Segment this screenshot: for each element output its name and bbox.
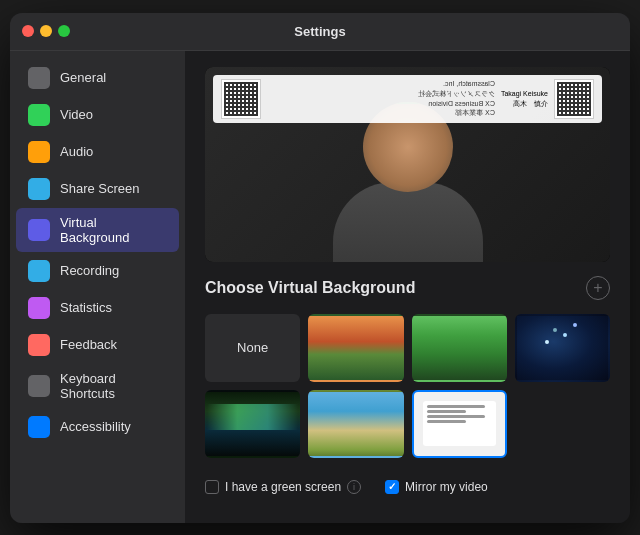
sidebar-icon-accessibility <box>28 416 50 438</box>
sidebar-label-feedback: Feedback <box>60 337 117 352</box>
bg-card[interactable] <box>412 390 507 458</box>
sidebar-icon-general <box>28 67 50 89</box>
section-title: Choose Virtual Background <box>205 279 415 297</box>
green-screen-option: I have a green screen i <box>205 480 361 494</box>
sidebar-icon-keyboard-shortcuts <box>28 375 50 397</box>
main-panel: Classmatch, Inc. クラスメソッド株式会社 CX Business… <box>185 51 630 523</box>
section-header: Choose Virtual Background + <box>205 276 610 300</box>
biz-card-qr-left <box>221 79 261 119</box>
sidebar-icon-audio <box>28 141 50 163</box>
sidebar-icon-video <box>28 104 50 126</box>
titlebar: Settings <box>10 13 630 51</box>
sidebar-icon-feedback <box>28 334 50 356</box>
settings-window: Settings GeneralVideoAudioShare ScreenVi… <box>10 13 630 523</box>
video-preview: Classmatch, Inc. クラスメソッド株式会社 CX Business… <box>205 67 610 262</box>
person-figure <box>333 102 483 262</box>
traffic-lights <box>22 25 70 37</box>
person-body <box>333 182 483 262</box>
bg-aurora[interactable] <box>205 390 300 458</box>
mirror-video-label: Mirror my video <box>405 480 488 494</box>
video-preview-inner: Classmatch, Inc. クラスメソッド株式会社 CX Business… <box>205 67 610 262</box>
bg-golden-gate[interactable] <box>308 314 403 382</box>
sidebar-item-keyboard-shortcuts[interactable]: Keyboard Shortcuts <box>16 364 179 408</box>
sidebar-label-virtual-background: Virtual Background <box>60 215 167 245</box>
mirror-video-checkbox[interactable] <box>385 480 399 494</box>
sidebar-label-share-screen: Share Screen <box>60 181 140 196</box>
bg-none[interactable]: None <box>205 314 300 382</box>
sidebar-label-statistics: Statistics <box>60 300 112 315</box>
content-area: GeneralVideoAudioShare ScreenVirtual Bac… <box>10 51 630 523</box>
sidebar-item-share-screen[interactable]: Share Screen <box>16 171 179 207</box>
maximize-button[interactable] <box>58 25 70 37</box>
green-screen-label: I have a green screen <box>225 480 341 494</box>
sidebar-item-accessibility[interactable]: Accessibility <box>16 409 179 445</box>
sidebar-icon-virtual-background <box>28 219 50 241</box>
sidebar: GeneralVideoAudioShare ScreenVirtual Bac… <box>10 51 185 523</box>
biz-card-overlay: Classmatch, Inc. クラスメソッド株式会社 CX Business… <box>213 75 602 123</box>
bg-beach[interactable] <box>308 390 403 458</box>
bg-space[interactable] <box>515 314 610 382</box>
sidebar-icon-share-screen <box>28 178 50 200</box>
biz-card-qr-right <box>554 79 594 119</box>
sidebar-icon-statistics <box>28 297 50 319</box>
bg-card-inner <box>423 401 496 446</box>
sidebar-label-general: General <box>60 70 106 85</box>
sidebar-item-video[interactable]: Video <box>16 97 179 133</box>
green-screen-info-icon[interactable]: i <box>347 480 361 494</box>
add-background-button[interactable]: + <box>586 276 610 300</box>
bottom-options: I have a green screen i Mirror my video <box>205 472 610 502</box>
sidebar-label-video: Video <box>60 107 93 122</box>
sidebar-item-audio[interactable]: Audio <box>16 134 179 170</box>
minimize-button[interactable] <box>40 25 52 37</box>
sidebar-label-recording: Recording <box>60 263 119 278</box>
bg-grass[interactable] <box>412 314 507 382</box>
window-title: Settings <box>294 24 345 39</box>
background-thumbnails: None <box>205 314 610 458</box>
sidebar-label-accessibility: Accessibility <box>60 419 131 434</box>
sidebar-item-recording[interactable]: Recording <box>16 253 179 289</box>
close-button[interactable] <box>22 25 34 37</box>
sidebar-icon-recording <box>28 260 50 282</box>
biz-card-right: Takagi Keisuke 高木 慎介 <box>501 89 548 109</box>
sidebar-item-general[interactable]: General <box>16 60 179 96</box>
sidebar-item-virtual-background[interactable]: Virtual Background <box>16 208 179 252</box>
mirror-video-option: Mirror my video <box>385 480 488 494</box>
sidebar-item-feedback[interactable]: Feedback <box>16 327 179 363</box>
green-screen-checkbox[interactable] <box>205 480 219 494</box>
biz-card-text: Classmatch, Inc. クラスメソッド株式会社 CX Business… <box>267 79 495 118</box>
sidebar-label-audio: Audio <box>60 144 93 159</box>
sidebar-item-statistics[interactable]: Statistics <box>16 290 179 326</box>
sidebar-label-keyboard-shortcuts: Keyboard Shortcuts <box>60 371 167 401</box>
